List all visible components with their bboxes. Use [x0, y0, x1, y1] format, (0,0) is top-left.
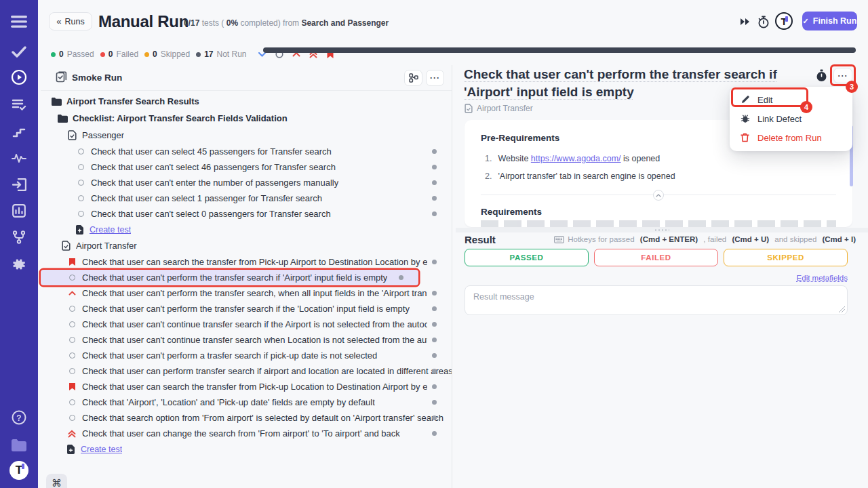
drag-grip-icon [654, 228, 669, 232]
test-parent-tag[interactable]: Airport Transfer [465, 104, 533, 113]
status-circle-icon [66, 415, 77, 421]
file-row[interactable]: Airport Transfer [41, 237, 452, 254]
run-name: Smoke Run [72, 73, 122, 83]
bookmark-icon [66, 258, 77, 266]
test-row[interactable]: Check that user can select 45 passengers… [41, 144, 452, 159]
test-row[interactable]: Check that user can't perform the transf… [41, 301, 452, 317]
test-row[interactable]: Check that 'Airport', 'Location' and 'Pi… [41, 394, 452, 410]
result-dot [432, 384, 437, 389]
test-row-selected[interactable]: Check that user can't perform the transf… [41, 270, 418, 285]
requirements-heading: Requirements [481, 207, 542, 217]
horizontal-splitter[interactable] [456, 228, 868, 232]
run-progress-bar [263, 47, 856, 53]
file-icon [465, 104, 473, 113]
folder-icon [57, 115, 68, 123]
test-row[interactable]: Check that user can't continue transfer … [41, 317, 452, 332]
test-row[interactable]: Check that user can search the transfer … [41, 254, 452, 270]
stopwatch-icon[interactable] [814, 68, 829, 83]
runs-play-icon[interactable] [0, 65, 38, 89]
create-test-link[interactable]: Create test [41, 441, 452, 457]
skipped-button[interactable]: SKIPPED [724, 249, 848, 266]
panel-splitter[interactable] [452, 65, 452, 488]
fast-forward-icon[interactable] [738, 15, 751, 28]
projects-folder-icon[interactable] [0, 432, 38, 457]
status-circle-icon [66, 399, 77, 405]
status-circle-icon [75, 148, 86, 155]
file-icon [60, 241, 71, 251]
status-circle-icon [75, 195, 86, 201]
menu-item-edit[interactable]: Edit [730, 90, 852, 109]
app-window: ? T « Runs Manual Run 0/17 tests ( 0% co… [0, 0, 868, 488]
collapse-toggle-icon[interactable] [653, 190, 664, 201]
annotation-badge-4: 4 [800, 101, 812, 113]
reports-chart-icon[interactable] [0, 199, 38, 223]
test-row[interactable]: Check that user can't perform the transf… [41, 285, 452, 301]
settings-gear-icon[interactable] [0, 252, 38, 277]
passed-count: 0Passed [51, 49, 94, 59]
test-row[interactable]: Check that user can't select 0 passenger… [41, 206, 452, 222]
passed-button[interactable]: PASSED [465, 249, 589, 266]
status-circle-icon [66, 368, 77, 374]
agoda-link[interactable]: https://www.agoda.com/ [531, 154, 621, 163]
back-to-runs-label: Runs [65, 17, 85, 26]
result-message-input[interactable] [465, 285, 848, 315]
test-row[interactable]: Check that user can't continue transfer … [41, 332, 452, 348]
caret-up-icon [66, 291, 77, 296]
test-row[interactable]: Check that user can select 1 passenger f… [41, 190, 452, 206]
file-plus-icon [65, 445, 76, 454]
test-row[interactable]: Check that search option from 'From airp… [41, 410, 452, 426]
ellipsis-icon [430, 76, 440, 80]
test-row[interactable]: Check that user can perform transfer sea… [41, 363, 452, 379]
menu-item-link-defect[interactable]: Link Defect [730, 109, 852, 128]
prereq-item: 1.Website https://www.agoda.com/ is open… [485, 154, 660, 163]
create-test-link[interactable]: Create test [41, 222, 452, 237]
check-icon: ✓ [803, 17, 809, 26]
result-dot [432, 322, 437, 327]
bookmark-icon [66, 382, 77, 391]
test-row[interactable]: Check that user can't select 46 passenge… [41, 159, 452, 175]
result-heading: Result [465, 234, 496, 245]
result-dot [432, 369, 437, 373]
page-title: Manual Run [98, 12, 189, 31]
test-row[interactable]: Check that user can search the transfer … [41, 379, 452, 394]
folder-row[interactable]: Checklist: Airport Transfer Search Field… [41, 110, 452, 127]
test-row[interactable]: Check that user can change the search fr… [41, 426, 452, 441]
svg-text:?: ? [16, 413, 21, 423]
tree-more-button[interactable] [426, 70, 444, 86]
passed-dot-icon [51, 52, 56, 57]
test-row[interactable]: Check that user can't perform a trasfer … [41, 348, 452, 363]
command-key-button[interactable] [46, 474, 67, 488]
finish-run-button[interactable]: ✓ Finish Run [802, 12, 857, 30]
ellipsis-icon [838, 74, 848, 78]
back-to-runs-button[interactable]: « Runs [49, 12, 92, 30]
result-dot [432, 431, 437, 436]
import-icon[interactable] [0, 172, 38, 197]
file-plus-icon [74, 225, 85, 235]
branch-icon[interactable] [0, 225, 38, 249]
status-circle-icon [66, 352, 77, 359]
status-circle-icon [66, 337, 77, 343]
steps-icon[interactable] [0, 119, 38, 144]
tests-check-icon[interactable] [0, 39, 38, 64]
plans-list-icon[interactable] [0, 92, 38, 117]
help-icon[interactable]: ? [0, 405, 38, 430]
notrun-count: 17Not Run [196, 49, 246, 59]
skipped-dot-icon [144, 52, 149, 57]
status-circle-icon [75, 211, 86, 217]
status-circle-icon [66, 306, 77, 312]
user-avatar-logo[interactable]: T [775, 12, 793, 30]
failed-dot-icon [100, 52, 105, 57]
menu-icon[interactable] [0, 9, 38, 34]
result-dot [432, 400, 437, 405]
failed-button[interactable]: FAILED [594, 249, 718, 266]
tree-view-button[interactable] [404, 70, 422, 86]
folder-row[interactable]: Airport Transfer Search Results [41, 93, 452, 110]
status-circle-icon [75, 180, 86, 186]
pulse-icon[interactable] [0, 146, 38, 170]
timer-icon[interactable] [757, 15, 770, 28]
menu-item-delete-from-run[interactable]: Delete from Run [730, 128, 852, 147]
edit-metafields-link[interactable]: Edit metafields [797, 274, 848, 282]
file-row[interactable]: Passenger [41, 127, 452, 144]
test-row[interactable]: Check that user can't enter the number o… [41, 175, 452, 190]
app-logo[interactable]: T [0, 458, 38, 483]
